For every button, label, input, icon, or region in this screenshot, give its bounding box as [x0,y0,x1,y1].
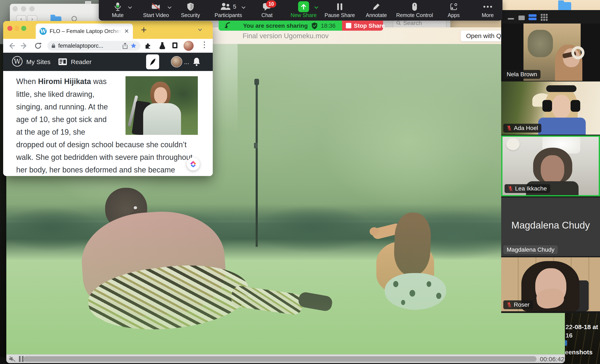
finder-toolbar-glass-icon[interactable] [72,16,77,21]
article-line-8: her body, her bones deformed and she bec… [16,165,175,174]
ada-shirt [538,118,586,135]
ada-earcup-left [542,100,552,112]
mic-muted-icon [508,186,513,191]
remote-control-button[interactable]: Remote Control [394,0,436,21]
address-bar[interactable]: femalelaptoporc... [47,41,141,51]
share-icon[interactable] [122,43,128,49]
annotate-button[interactable]: Annotate [361,0,392,21]
reload-icon[interactable] [34,42,42,50]
forward-icon[interactable] [20,42,28,50]
browser-titlebar: W FLO – Female Laptop Orchestra ✕ + [3,21,213,39]
article-line-6: dropped out of design school because she… [16,140,187,149]
more-dots-icon [483,5,492,8]
video-progress-bar[interactable] [23,356,536,362]
tab-close-icon[interactable]: ✕ [124,28,129,35]
clickup-badge[interactable] [187,157,200,171]
desktop-partial-folder-icon[interactable] [565,340,567,346]
article-line-5: at the age of 19, she [16,128,85,136]
sharing-status-section: You are screen sharing 18:36 [219,21,342,31]
desktop-file-label-line1[interactable]: 22-08-18 at [565,323,598,331]
finder-zoom-button[interactable] [29,6,35,11]
article-line-3: singing, and running. At the [16,102,108,111]
more-button[interactable]: More [473,0,502,21]
participant-name-tag: Roser [503,300,533,309]
photo-person-face [154,87,167,104]
volume-muted-icon[interactable] [9,356,16,362]
security-button[interactable]: Security [175,0,206,21]
browser-tab[interactable]: W FLO – Female Laptop Orchestra ✕ [36,24,133,39]
participant-name-tag: Nela Brown [503,70,541,79]
shield-check-icon[interactable] [311,22,318,29]
participant-tile-ada[interactable]: Ada Hoel [501,82,600,135]
zoom-toolbar: Mute Start Video Security 5 [99,0,502,21]
desktop-folder-label[interactable]: eenshots [565,349,593,356]
wp-reader-link[interactable]: Reader [71,58,92,65]
wp-avatar-suffix: ... [184,58,189,65]
desktop-folder-icon[interactable] [558,2,571,10]
browser-minimize-button[interactable] [14,26,19,31]
wp-write-button[interactable] [146,55,159,69]
sharing-arrow-icon [224,22,231,29]
search-icon [396,21,401,26]
browser-menu-icon[interactable]: ⋮ [200,40,208,49]
participant-name-tag: Ada Hoel [503,124,541,133]
video-grass-foreground [6,215,565,354]
browser-zoom-button[interactable] [21,26,26,31]
tab-search-chevron-icon[interactable] [198,27,202,31]
stop-share-button[interactable]: Stop Share [342,21,383,31]
wp-user-avatar[interactable] [171,56,182,67]
participant-name: Magdalena Chudy [507,246,554,253]
participant-name-tag: Magdalena Chudy [503,245,558,254]
participant-tile-lea[interactable]: Lea Ikkache [501,136,600,196]
desktop-file-label-line2[interactable]: 16 [565,332,572,339]
participants-count: 5 [233,3,236,10]
video-left-person-hairtie [134,206,137,209]
wp-my-sites-link[interactable]: My Sites [26,58,50,65]
mic-muted-icon [507,125,512,131]
screen: 22-08-18 at 16 eenshots ‹ › Search Final… [0,0,600,364]
pause-share-button[interactable]: Pause Share [322,0,358,21]
lea-lamp [506,138,520,150]
browser-window: W FLO – Female Laptop Orchestra ✕ + fema… [3,21,213,176]
participant-name: Roser [514,301,530,308]
apps-button[interactable]: Apps [438,0,469,21]
new-share-button[interactable]: New Share [288,0,319,21]
screen-sharing-banner: You are screen sharing 18:36 Stop Share [219,21,383,31]
notifications-bell-icon[interactable] [192,57,201,66]
mute-button[interactable]: Mute [102,0,133,21]
participant-tile-magdalena[interactable]: Magdalena Chudy Magdalena Chudy [501,197,600,256]
new-tab-button[interactable]: + [141,24,147,36]
apps-icon [450,2,458,11]
participant-tile-roser[interactable]: Roser [501,257,600,311]
extensions-puzzle-icon[interactable] [144,42,152,50]
zoom-participants-panel: Nela Brown Ada Hoel Le [501,10,600,313]
lea-face [541,155,564,184]
finder-minimize-button[interactable] [21,6,26,11]
gallery-view-icon[interactable] [541,14,548,21]
finder-search-placeholder: Search [403,20,422,27]
start-video-button[interactable]: Start Video [140,0,172,21]
sidebar-extension-icon[interactable] [172,42,178,48]
browser-profile-avatar[interactable] [184,41,194,51]
article-line-2: little, she liked drawing, [16,90,94,99]
browser-close-button[interactable] [7,26,12,31]
browser-navbar: femalelaptoporc... ⋮ [3,39,213,53]
camera-off-icon [150,2,161,11]
bookmark-star-icon[interactable] [130,43,137,49]
quill-icon [150,58,156,66]
participant-tile-nela[interactable]: Nela Brown [501,24,600,81]
back-icon[interactable] [8,42,15,50]
ada-earcup-right [571,100,580,112]
finder-close-button[interactable] [13,6,18,11]
speaker-view-icon[interactable] [518,16,525,20]
participants-button[interactable]: 5 Participants [210,0,246,21]
minimize-panel-icon[interactable] [508,18,514,19]
pencil-icon [372,3,380,11]
article-photo-hiromi [125,76,198,135]
wordpress-logo-icon[interactable]: W [12,56,22,67]
reader-icon[interactable] [58,58,67,65]
stop-icon [346,23,351,28]
strip-view-icon[interactable] [528,14,536,20]
panel-view-controls [501,10,600,24]
flask-extension-icon[interactable] [159,42,166,50]
